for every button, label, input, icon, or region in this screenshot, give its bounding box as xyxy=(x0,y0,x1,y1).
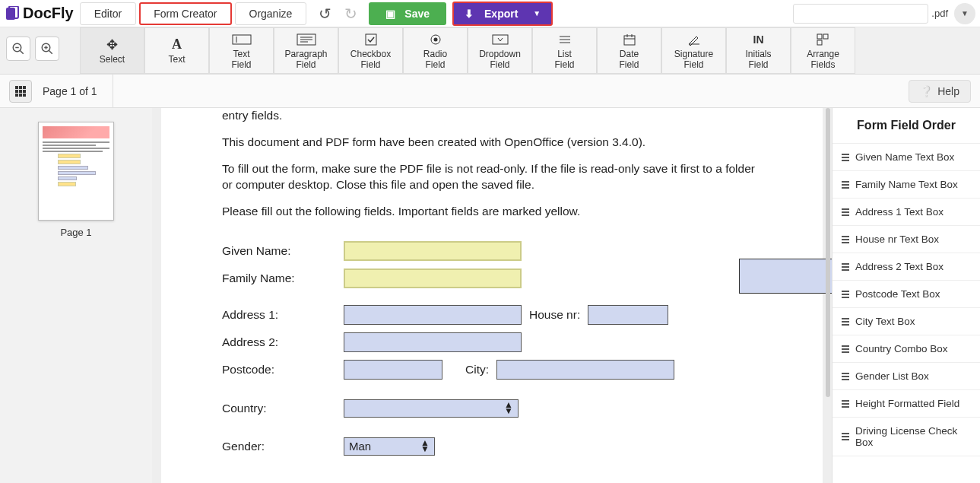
order-item[interactable]: Country Combo Box xyxy=(833,335,980,363)
label-country: Country: xyxy=(222,402,344,415)
dropdown-icon xyxy=(492,31,509,48)
save-label: Save xyxy=(404,8,430,20)
page-thumbnail-1[interactable] xyxy=(38,122,114,221)
order-item[interactable]: Address 2 Text Box xyxy=(833,253,980,281)
tab-editor[interactable]: Editor xyxy=(80,2,137,25)
scrollbar[interactable] xyxy=(826,108,830,397)
tool-signature-field[interactable]: SignatureField xyxy=(661,27,726,74)
tool-arrange-fields[interactable]: ArrangeFields xyxy=(791,27,855,74)
drag-handle-icon xyxy=(842,263,849,271)
svg-rect-15 xyxy=(366,34,376,45)
drag-handle-icon xyxy=(842,181,849,189)
grid-icon xyxy=(15,86,26,97)
family-name-field[interactable] xyxy=(344,269,522,288)
tool-text-field-label: TextField xyxy=(231,49,251,69)
form-field-order-panel: Form Field Order Given Name Text BoxFami… xyxy=(832,108,980,483)
order-item[interactable]: Given Name Text Box xyxy=(833,144,980,171)
drag-handle-icon xyxy=(842,345,849,353)
logo-text: DocFly xyxy=(23,5,74,22)
sidebar-title: Form Field Order xyxy=(833,108,980,144)
tool-select[interactable]: ✥Select xyxy=(80,27,144,74)
label-gender: Gender: xyxy=(222,440,344,453)
more-button[interactable]: ▼ xyxy=(954,3,975,24)
tool-arrange-fields-label: ArrangeFields xyxy=(807,49,839,69)
svg-rect-27 xyxy=(817,34,822,39)
document-viewport[interactable]: entry fields. This document and PDF form… xyxy=(152,108,832,483)
tool-text-field[interactable]: TextField xyxy=(209,27,274,74)
extra-field[interactable] xyxy=(739,259,832,294)
tool-initials-field-label: InitialsField xyxy=(745,49,771,69)
tool-dropdown-field[interactable]: DropdownField xyxy=(468,27,532,74)
save-button[interactable]: ▣ Save xyxy=(369,2,446,25)
order-item[interactable]: Postcode Text Box xyxy=(833,281,980,308)
svg-line-3 xyxy=(20,50,24,54)
tool-dropdown-field-label: DropdownField xyxy=(479,49,521,69)
drag-handle-icon xyxy=(842,236,849,243)
label-address1: Address 1: xyxy=(222,308,344,322)
doc-text: Please fill out the following fields. Im… xyxy=(222,204,762,220)
tab-form-creator[interactable]: Form Creator xyxy=(139,2,231,25)
zoom-out-button[interactable] xyxy=(6,37,30,61)
page-nav-bar: Page 1 of 1 ❔Help xyxy=(0,75,980,108)
given-name-field[interactable] xyxy=(344,241,522,261)
text-field-icon xyxy=(232,31,252,48)
tool-date-field[interactable]: DateField xyxy=(597,27,661,74)
thumbnail-panel: Page 1 xyxy=(0,108,152,483)
tool-radio-field[interactable]: RadioField xyxy=(403,27,468,74)
order-item[interactable]: Height Formatted Field xyxy=(833,390,980,418)
redo-button[interactable]: ↻ xyxy=(340,3,361,24)
chevron-down-icon: ▼ xyxy=(533,9,541,17)
svg-rect-30 xyxy=(15,86,18,89)
svg-rect-32 xyxy=(23,86,26,89)
svg-rect-22 xyxy=(624,36,635,45)
doc-text: entry fields. xyxy=(222,108,762,124)
tab-organize[interactable]: Organize xyxy=(235,2,307,25)
tool-text-label: Text xyxy=(168,55,185,65)
order-item[interactable]: Driving License Check Box xyxy=(833,418,980,456)
order-item-label: Address 1 Text Box xyxy=(855,206,944,218)
logo-icon xyxy=(5,6,20,21)
drag-handle-icon xyxy=(842,208,849,216)
text-icon: A xyxy=(172,37,182,53)
svg-rect-31 xyxy=(19,86,22,89)
tool-checkbox-field-label: CheckboxField xyxy=(350,49,391,69)
order-item-label: City Text Box xyxy=(855,316,915,327)
drag-handle-icon xyxy=(842,291,849,298)
order-item-label: Family Name Text Box xyxy=(855,179,958,190)
tool-initials-field[interactable]: INInitialsField xyxy=(726,27,791,74)
tool-text[interactable]: AText xyxy=(144,27,209,74)
gender-listbox[interactable]: Man▲▼ xyxy=(344,437,435,456)
order-item[interactable]: Address 1 Text Box xyxy=(833,199,980,226)
drag-handle-icon xyxy=(842,154,849,161)
postcode-field[interactable] xyxy=(344,360,442,380)
filename-input[interactable] xyxy=(793,4,928,24)
tool-select-label: Select xyxy=(100,55,125,65)
paragraph-field-icon xyxy=(297,31,316,48)
svg-rect-38 xyxy=(23,94,26,97)
order-item-label: Driving License Check Box xyxy=(855,425,971,448)
label-house-nr: House nr: xyxy=(529,308,580,322)
house-nr-field[interactable] xyxy=(588,305,668,325)
tool-paragraph-field[interactable]: ParagraphField xyxy=(274,27,338,74)
thumbnails-toggle[interactable] xyxy=(9,80,32,103)
toolbar: ✥Select AText TextField ParagraphField C… xyxy=(0,27,980,75)
order-item-label: Height Formatted Field xyxy=(855,398,959,409)
tool-list-field-label: ListField xyxy=(554,49,574,69)
undo-button[interactable]: ↺ xyxy=(314,3,335,24)
tool-checkbox-field[interactable]: CheckboxField xyxy=(338,27,403,74)
address1-field[interactable] xyxy=(344,305,522,325)
order-item[interactable]: House nr Text Box xyxy=(833,226,980,253)
zoom-in-button[interactable] xyxy=(35,37,59,61)
help-button[interactable]: ❔Help xyxy=(909,80,971,103)
tool-list-field[interactable]: ListField xyxy=(532,27,597,74)
move-icon: ✥ xyxy=(106,37,118,53)
address2-field[interactable] xyxy=(344,332,522,352)
country-combo[interactable]: ▲▼ xyxy=(344,399,519,418)
order-item[interactable]: Family Name Text Box xyxy=(833,171,980,199)
order-item[interactable]: City Text Box xyxy=(833,308,980,335)
export-button[interactable]: ⬇ Export ▼ xyxy=(452,2,553,26)
label-postcode: Postcode: xyxy=(222,363,344,377)
signature-icon xyxy=(687,31,701,48)
city-field[interactable] xyxy=(496,360,674,380)
order-item[interactable]: Gender List Box xyxy=(833,363,980,390)
